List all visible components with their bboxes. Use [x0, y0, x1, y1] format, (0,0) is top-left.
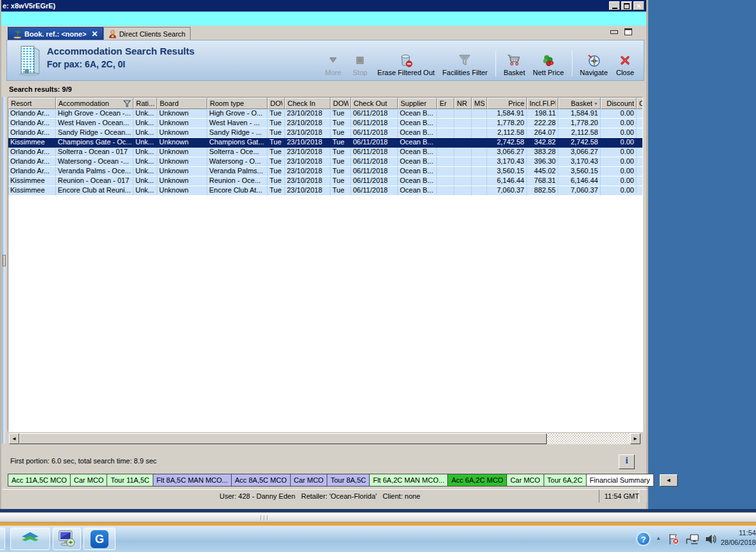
- cell-incl-fl-pp: 264.07: [527, 128, 558, 138]
- nett-price-button[interactable]: Nett Price: [533, 53, 563, 76]
- left-splitter[interactable]: [2, 97, 5, 444]
- itinerary-tab-acc-11a-5c-mco[interactable]: Acc 11A,5C MCO: [8, 474, 71, 487]
- filter-icon[interactable]: [123, 100, 131, 107]
- result-row[interactable]: KissimmeeReunion - Ocean - 017Unk...Unkn…: [8, 177, 642, 186]
- cell-discount: 0.00: [601, 138, 637, 148]
- column-header-dow[interactable]: DOW: [331, 98, 351, 109]
- result-row[interactable]: Orlando Ar...Watersong - Ocean -...Unk..…: [8, 157, 642, 167]
- cell-supplier: Ocean B...: [398, 148, 437, 157]
- tab-booking-ref[interactable]: Book. ref.: <none> ✕: [8, 27, 103, 40]
- results-toolbar: More Stop: [323, 46, 635, 76]
- cell-check-in: 23/10/2018: [285, 109, 331, 119]
- result-row[interactable]: Orlando Ar...Veranda Palms - Oce...Unk..…: [8, 167, 642, 177]
- cell-ms: [472, 186, 487, 196]
- cell-rati: Unk...: [133, 109, 157, 119]
- scroll-left-icon[interactable]: ◄: [9, 433, 19, 444]
- column-header-incl-fl-pp[interactable]: Incl.Fl.PP: [527, 98, 558, 109]
- mdi-minimize-icon[interactable]: [610, 30, 618, 34]
- itinerary-tab-financial-summary[interactable]: Financial Summary: [586, 474, 654, 487]
- cell-resort: Kissimmee: [8, 138, 56, 148]
- result-row[interactable]: Orlando Ar...West Haven - Ocean...Unk...…: [8, 119, 642, 128]
- column-header-rati[interactable]: Rati...: [133, 98, 157, 109]
- tab-close-icon[interactable]: ✕: [92, 30, 98, 39]
- itinerary-tab-flt-8a-5c-man-mco[interactable]: Flt 8A,5C MAN MCO...: [153, 474, 232, 487]
- cell-supplier: Ocean B...: [398, 157, 437, 167]
- mdi-restore-icon[interactable]: [624, 28, 632, 35]
- scrollbar-thumb[interactable]: [19, 433, 547, 444]
- column-header-price[interactable]: Price: [487, 98, 527, 109]
- taskbar-button-app1[interactable]: [10, 528, 50, 550]
- column-header-resort[interactable]: Resort: [8, 98, 56, 109]
- mdi-window-controls: [610, 28, 632, 35]
- close-results-button[interactable]: Close: [615, 53, 635, 76]
- column-header-er[interactable]: Er: [437, 98, 454, 109]
- itinerary-tab-tour-8a-5c[interactable]: Tour 8A,5C: [327, 474, 370, 487]
- window-maximize-button[interactable]: [621, 1, 632, 10]
- cell-discount: 0.00: [601, 148, 637, 157]
- taskbar-clock[interactable]: 11:54 28/06/2018: [719, 528, 756, 548]
- itinerary-tab-flt-6a-2c-man-mco[interactable]: Flt 6A,2C MAN MCO...: [369, 474, 448, 487]
- scroll-right-icon[interactable]: ►: [630, 433, 640, 444]
- cell-dow: Tue: [331, 138, 351, 148]
- result-row[interactable]: KissimmeeEncore Club at Reuni...Unk...Un…: [8, 186, 642, 196]
- cell-price: 6,146.44: [487, 177, 527, 186]
- taskbar-button-partial[interactable]: [0, 528, 5, 550]
- column-header-accommodation[interactable]: Accommodation: [56, 98, 133, 109]
- result-row[interactable]: Orlando Ar...High Grove - Ocean -...Unk.…: [8, 109, 642, 119]
- erase-filtered-out-button[interactable]: Erase Filtered Out: [377, 53, 434, 76]
- column-header-check-out[interactable]: Check Out: [351, 98, 398, 109]
- cell-accommodation: Encore Club at Reuni...: [56, 186, 133, 196]
- itinerary-tabs: Acc 11A,5C MCOCar MCOTour 11A,5CFlt 8A,5…: [8, 474, 653, 487]
- column-header-basket[interactable]: Basket▼: [558, 98, 601, 109]
- itinerary-tab-tour-11a-5c[interactable]: Tour 11A,5C: [107, 474, 153, 487]
- info-button[interactable]: i: [619, 454, 635, 469]
- navigate-button[interactable]: Navigate: [580, 53, 608, 76]
- cell-supplier: Ocean B...: [398, 138, 437, 148]
- column-header-c[interactable]: C: [637, 98, 643, 109]
- docked-toolbar[interactable]: [0, 512, 756, 522]
- splitter-handle[interactable]: [3, 255, 6, 266]
- facilities-filter-button[interactable]: Facilities Filter: [442, 53, 487, 76]
- cell-check-in: 23/10/2018: [285, 167, 331, 177]
- tab-scroll-left-button[interactable]: ◄: [660, 474, 678, 487]
- horizontal-scrollbar[interactable]: ◄ ►: [9, 433, 640, 444]
- cell-check-in: 23/10/2018: [285, 177, 331, 186]
- taskbar-button-remote-desktop[interactable]: [53, 528, 81, 550]
- window-minimize-button[interactable]: [609, 1, 620, 10]
- itinerary-tab-car-mco[interactable]: Car MCO: [290, 474, 327, 487]
- action-center-flag-icon[interactable]: [667, 533, 680, 546]
- nett-price-icon: [541, 53, 555, 67]
- column-header-check-in[interactable]: Check In: [285, 98, 331, 109]
- column-header-discount[interactable]: Discount: [601, 98, 637, 109]
- cell-board: Unknown: [157, 177, 207, 186]
- column-header-dow[interactable]: DOW: [268, 98, 285, 109]
- result-row[interactable]: Orlando Ar...Sandy Ridge - Ocean...Unk..…: [8, 128, 642, 138]
- cell-ms: [472, 148, 487, 157]
- basket-button[interactable]: Basket: [504, 53, 526, 76]
- taskbar-button-g-app[interactable]: G: [83, 528, 116, 550]
- column-header-ms[interactable]: MS: [472, 98, 487, 109]
- itinerary-tab-acc-8a-5c-mco[interactable]: Acc 8A,5C MCO: [231, 474, 291, 487]
- network-tray-icon[interactable]: [685, 533, 700, 546]
- sort-down-icon[interactable]: ▼: [594, 101, 598, 106]
- toolbar-grip-icon[interactable]: [261, 515, 268, 521]
- compass-icon: [586, 53, 601, 67]
- help-tray-icon[interactable]: ?: [637, 532, 650, 546]
- itinerary-tab-car-mco[interactable]: Car MCO: [70, 474, 107, 487]
- itinerary-tab-tour-6a-2c[interactable]: Tour 6A,2C: [544, 474, 587, 487]
- show-hidden-icons[interactable]: ▲: [656, 535, 661, 541]
- window-close-button[interactable]: ×: [633, 1, 644, 10]
- column-header-nr[interactable]: NR: [454, 98, 472, 109]
- column-header-supplier[interactable]: Supplier: [398, 98, 437, 109]
- column-header-board[interactable]: Board: [157, 98, 207, 109]
- cell-accommodation: Veranda Palms - Oce...: [56, 167, 133, 177]
- column-header-room-type[interactable]: Room type: [207, 98, 268, 109]
- itinerary-tab-car-mco[interactable]: Car MCO: [506, 474, 544, 487]
- tab-direct-clients-search[interactable]: Direct Clients Search: [103, 27, 191, 40]
- result-row[interactable]: KissimmeeChampions Gate - Oc...Unk...Unk…: [8, 138, 642, 148]
- volume-tray-icon[interactable]: [705, 533, 717, 546]
- window-titlebar[interactable]: e: x8wV5rEGrE) ×: [1, 0, 646, 12]
- cell-discount: 0.00: [601, 177, 637, 186]
- itinerary-tab-acc-6a-2c-mco[interactable]: Acc 6A,2C MCO: [447, 474, 507, 487]
- result-row[interactable]: Orlando Ar...Solterra - Ocean - 017Unk..…: [8, 148, 642, 157]
